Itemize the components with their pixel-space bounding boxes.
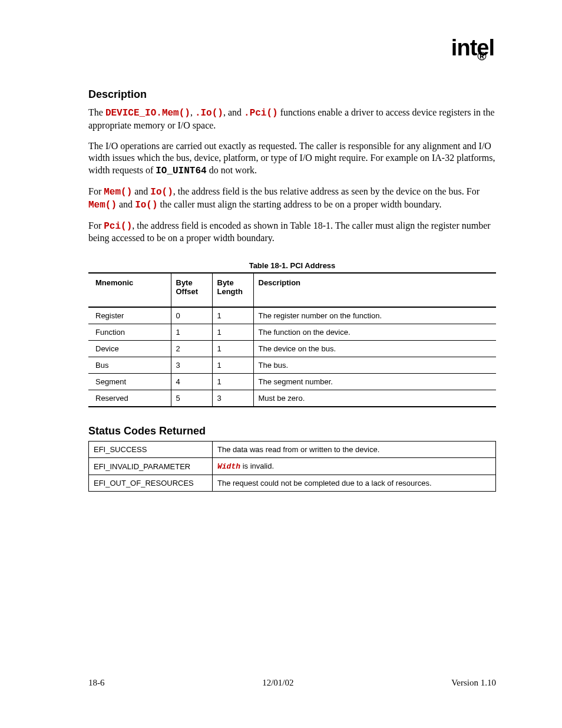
text: For [88, 186, 104, 196]
cell: 1 [171, 324, 212, 341]
cell: 1 [212, 341, 253, 357]
cell: Segment [88, 374, 171, 390]
intel-logo: inte®l [451, 35, 494, 61]
col-header: Mnemonic [88, 273, 171, 307]
paragraph-3: For Mem() and Io(), the address field is… [88, 186, 496, 212]
code: Mem() [104, 187, 132, 197]
status-codes-table: EFI_SUCCESS The data was read from or wr… [88, 441, 496, 492]
text: The [88, 107, 105, 117]
cell: The device on the bus. [253, 341, 496, 357]
page-content: Description The DEVICE_IO.Mem(), .Io(), … [88, 88, 496, 492]
cell: The data was read from or written to the… [213, 442, 496, 458]
text: , the address field is the bus relative … [173, 186, 480, 196]
cell: 4 [171, 374, 212, 390]
code: Pci() [104, 221, 132, 232]
cell: 0 [171, 307, 212, 324]
text: , and [223, 107, 244, 117]
pci-address-table: Mnemonic Byte Offset Byte Length Descrip… [88, 272, 496, 407]
table-row: Register01The register number on the fun… [88, 307, 496, 324]
cell: Bus [88, 357, 171, 374]
table-row: EFI_OUT_OF_RESOURCES The request could n… [89, 475, 496, 492]
paragraph-2: The I/O operations are carried out exact… [88, 140, 496, 177]
code: DEVICE_IO.Mem() [105, 108, 190, 118]
cell: 5 [171, 390, 212, 407]
table-row: Segment41The segment number. [88, 374, 496, 390]
text: is invalid. [240, 462, 274, 470]
cell: Device [88, 341, 171, 357]
text: and [132, 186, 150, 196]
cell: The segment number. [253, 374, 496, 390]
cell: 1 [212, 374, 253, 390]
cell: Function [88, 324, 171, 341]
cell: 2 [171, 341, 212, 357]
description-heading: Description [88, 88, 496, 101]
col-header: Byte Length [212, 273, 253, 307]
cell: Register [88, 307, 171, 324]
table-row: EFI_INVALID_PARAMETER Width is invalid. [89, 458, 496, 475]
code: Width [217, 462, 240, 471]
table-row: Device21The device on the bus. [88, 341, 496, 357]
table-row: Reserved53Must be zero. [88, 390, 496, 407]
text: , the address field is encoded as shown … [88, 220, 491, 243]
code: .Pci() [244, 108, 278, 118]
cell: 3 [212, 390, 253, 407]
text: and [117, 199, 135, 209]
text: do not work. [207, 165, 257, 175]
cell: 1 [212, 357, 253, 374]
cell: 1 [212, 307, 253, 324]
text: , [190, 107, 195, 117]
cell: The bus. [253, 357, 496, 374]
cell: Must be zero. [253, 390, 496, 407]
table-row: EFI_SUCCESS The data was read from or wr… [89, 442, 496, 458]
footer-center: 12/01/02 [262, 678, 293, 688]
cell: The function on the device. [253, 324, 496, 341]
text: For [88, 220, 104, 230]
cell: EFI_SUCCESS [89, 442, 213, 458]
code: Mem() [88, 200, 117, 210]
page-footer: 18-6 12/01/02 Version 1.10 [88, 678, 496, 688]
status-heading: Status Codes Returned [88, 425, 496, 437]
text: the caller must align the starting addre… [158, 199, 442, 209]
cell: The register number on the function. [253, 307, 496, 324]
cell: Reserved [88, 390, 171, 407]
cell: EFI_OUT_OF_RESOURCES [89, 475, 213, 492]
cell: EFI_INVALID_PARAMETER [89, 458, 213, 475]
paragraph-4: For Pci(), the address field is encoded … [88, 220, 496, 245]
text: The I/O operations are carried out exact… [88, 141, 495, 176]
paragraph-1: The DEVICE_IO.Mem(), .Io(), and .Pci() f… [88, 107, 496, 132]
code: IO_UINT64 [156, 166, 206, 176]
code: Io() [135, 200, 157, 210]
footer-left: 18-6 [88, 678, 105, 688]
code: .Io() [195, 108, 223, 118]
footer-right: Version 1.10 [451, 678, 496, 688]
code: Io() [150, 187, 173, 197]
table-caption: Table 18-1. PCI Address [88, 261, 496, 270]
cell: 1 [212, 324, 253, 341]
col-header: Byte Offset [171, 273, 212, 307]
col-header: Description [253, 273, 496, 307]
table-row: Bus31The bus. [88, 357, 496, 374]
cell: 3 [171, 357, 212, 374]
cell: Width is invalid. [213, 458, 496, 475]
cell: The request could not be completed due t… [213, 475, 496, 492]
table-row: Function11The function on the device. [88, 324, 496, 341]
